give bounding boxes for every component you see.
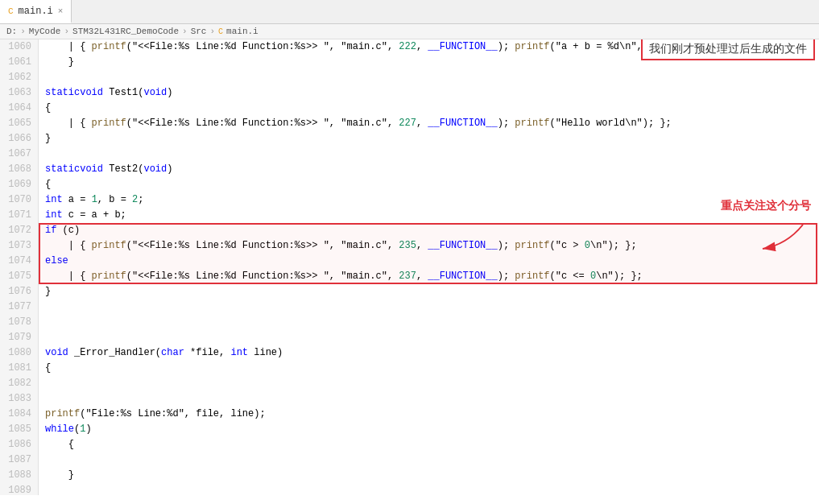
annotation-top-box: 我们刚才预处理过后生成的文件 [641,39,815,60]
line-number: 1071 [0,208,38,223]
code-line [39,300,819,315]
code-line [39,70,819,85]
annotation-top: 我们刚才预处理过后生成的文件 [641,39,815,60]
line-number: 1089 [0,483,38,495]
breadcrumb-sep-4: › [209,27,215,36]
line-number: 1073 [0,238,38,254]
code-line: { [39,361,819,376]
breadcrumb: D: › MyCode › STM32L431RC_DemoCode › Src… [0,24,819,39]
line-number: 1068 [0,162,38,177]
line-number: 1079 [0,330,38,345]
code-line [39,391,819,407]
code-line: } [39,284,819,300]
line-number: 1061 [0,55,38,70]
line-number: 1078 [0,315,38,330]
code-line: while(1) [39,422,819,437]
tab-main-i[interactable]: C main.i × [0,0,72,23]
line-number: 1082 [0,376,38,391]
code-line: int c = a + b; [39,208,819,223]
code-line [39,452,819,468]
breadcrumb-sep-3: › [182,27,188,36]
breadcrumb-part-mycode: MyCode [29,27,61,36]
breadcrumb-part-d: D: [6,27,17,36]
code-line: } [39,131,819,147]
line-number: 1087 [0,452,38,468]
code-line: | { printf("<<File:%s Line:%d Function:%… [39,238,819,254]
code-line [39,147,819,162]
code-line [39,330,819,345]
code-line: | { printf("<<File:%s Line:%d Function:%… [39,116,819,131]
line-number: 1084 [0,407,38,422]
code-line: | { printf("<<File:%s Line:%d Function:%… [39,269,819,284]
line-number: 1083 [0,391,38,407]
code-line: int a = 1, b = 2; [39,192,819,208]
code-line: void _Error_Handler(char *file, int line… [39,345,819,361]
line-number: 1062 [0,70,38,85]
line-number: 1069 [0,177,38,192]
line-numbers: 1060106110621063106410651066106710681069… [0,39,39,495]
line-number: 1077 [0,300,38,315]
code-line [39,376,819,391]
line-number: 1075 [0,269,38,284]
line-number: 1060 [0,39,38,55]
code-line: { [39,437,819,452]
line-number: 1076 [0,284,38,300]
annotation-right-text: 重点关注这个分号 [721,199,811,213]
code-line [39,315,819,330]
line-number: 1070 [0,192,38,208]
line-number: 1086 [0,437,38,452]
code-line: } [39,468,819,483]
code-line: if (c) [39,223,819,238]
breadcrumb-sep-1: › [20,27,26,36]
code-line: { [39,101,819,116]
breadcrumb-file-icon: C [218,27,223,36]
line-number: 1072 [0,223,38,238]
code-line: static void Test2(void) [39,162,819,177]
editor: 1060106110621063106410651066106710681069… [0,39,819,495]
line-number: 1074 [0,254,38,269]
breadcrumb-sep-2: › [64,27,69,36]
line-number: 1081 [0,361,38,376]
line-number: 1066 [0,131,38,147]
line-number: 1067 [0,147,38,162]
tab-filename: main.i [19,6,53,17]
code-line [39,483,819,495]
breadcrumb-filename: main.i [226,27,259,36]
code-line: { [39,177,819,192]
tab-bar: C main.i × [0,0,819,24]
line-number: 1065 [0,116,38,131]
code-line: static void Test1(void) [39,85,819,101]
line-number: 1088 [0,468,38,483]
tab-close-button[interactable]: × [58,6,64,16]
breadcrumb-file: C main.i [218,27,259,36]
breadcrumb-part-stm32: STM32L431RC_DemoCode [72,27,179,36]
line-number: 1064 [0,101,38,116]
line-number: 1063 [0,85,38,101]
code-line: printf("File:%s Line:%d", file, line); [39,407,819,422]
code-line: else [39,254,819,269]
breadcrumb-part-src: Src [191,27,207,36]
line-number: 1085 [0,422,38,437]
code-area[interactable]: | { printf("<<File:%s Line:%d Function:%… [39,39,819,495]
tab-file-icon: C [8,6,14,16]
line-number: 1080 [0,345,38,361]
